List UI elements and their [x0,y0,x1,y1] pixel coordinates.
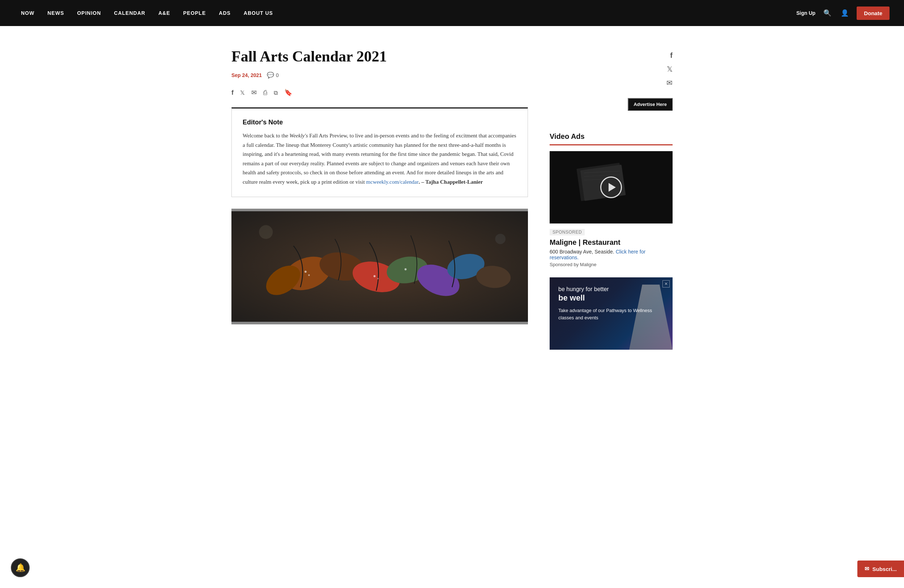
nav-link-ae[interactable]: A&E [152,0,177,26]
copy-button[interactable]: ⧉ [274,89,278,96]
article-title: Fall Arts Calendar 2021 [231,48,528,65]
user-icon: 👤 [841,9,849,17]
navigation: NOW NEWS OPINION CALENDAR A&E PEOPLE ADS… [0,0,904,26]
main-content: Fall Arts Calendar 2021 Sep 24, 2021 💬 0… [231,48,528,350]
advertise-here-button[interactable]: Advertise Here [628,98,673,111]
restaurant-name: Maligne | Restaurant [550,238,673,247]
sidebar-share-icons: f 𝕏 ✉ [550,48,673,87]
sidebar-email-icon: ✉ [667,79,673,87]
restaurant-address: 600 Broadway Ave, Seaside. Click here fo… [550,249,673,260]
print-button[interactable]: ⎙ [263,89,267,96]
nav-link-calendar[interactable]: CALENDAR [107,0,152,26]
nav-item-now[interactable]: NOW [14,0,41,26]
second-ad-text: be hungry for better be well Take advant… [558,286,664,321]
search-button[interactable]: 🔍 [822,8,833,19]
nav-item-news[interactable]: NEWS [41,0,71,26]
editors-note-box: Editor's Note Welcome back to the Weekly… [231,107,528,197]
video-ads-section: Video Ads [550,132,673,350]
sidebar-facebook-icon: f [670,51,673,59]
svg-point-12 [373,275,376,277]
article-image [231,209,528,324]
second-ad-line3: Take advantage of our Pathways to Wellne… [558,307,664,321]
sidebar-email-button[interactable]: ✉ [667,79,673,87]
svg-point-10 [305,271,307,273]
twitter-icon: 𝕏 [240,90,245,96]
editors-note-title: Editor's Note [243,119,517,126]
nav-link-ads[interactable]: ADS [212,0,237,26]
nav-item-ads[interactable]: ADS [212,0,237,26]
nav-link-people[interactable]: PEOPLE [177,0,212,26]
bookmark-button[interactable]: 🔖 [284,89,292,96]
svg-point-16 [495,234,506,245]
nav-item-about[interactable]: ABOUT US [237,0,280,26]
nav-item-ae[interactable]: A&E [152,0,177,26]
donate-button[interactable]: Donate [857,6,890,20]
nav-link-about[interactable]: ABOUT US [237,0,280,26]
second-ad-line2: be well [558,293,664,303]
nav-link-now[interactable]: NOW [14,0,41,26]
sidebar-facebook-button[interactable]: f [670,51,673,60]
article-image-svg [231,209,528,324]
article-date: Sep 24, 2021 [231,72,262,78]
nav-right: Sign Up 🔍 👤 Donate [796,6,890,20]
publication-name: Weekly's [290,133,308,139]
nav-links: NOW NEWS OPINION CALENDAR A&E PEOPLE ADS… [14,0,280,26]
nav-item-calendar[interactable]: CALENDAR [107,0,152,26]
editors-note-text-end: . – Tajha Chappellet-Lanier [419,179,483,185]
play-triangle-icon [608,183,616,192]
svg-point-11 [308,275,310,276]
nav-link-opinion[interactable]: OPINION [71,0,107,26]
share-bar: f 𝕏 ✉ ⎙ ⧉ 🔖 [231,89,528,96]
bookmark-icon: 🔖 [284,89,292,96]
svg-point-15 [259,225,273,239]
print-icon: ⎙ [263,89,267,96]
email-icon: ✉ [251,89,257,96]
facebook-icon: f [231,89,234,96]
second-ad-line1: be hungry for better [558,286,664,292]
sidebar-twitter-icon: 𝕏 [667,65,673,73]
page-container: Fall Arts Calendar 2021 Sep 24, 2021 💬 0… [217,26,687,364]
restaurant-address-text: 600 Broadway Ave, Seaside. [550,249,614,254]
copy-icon: ⧉ [274,90,278,96]
svg-point-13 [377,278,379,280]
nav-link-news[interactable]: NEWS [41,0,71,26]
nav-item-people[interactable]: PEOPLE [177,0,212,26]
video-ads-title: Video Ads [550,132,673,145]
sign-up-link[interactable]: Sign Up [796,10,815,16]
svg-point-14 [405,268,407,270]
second-ad-banner: be hungry for better be well Take advant… [550,277,673,350]
editors-note-text-start: Welcome back to the [243,133,290,139]
share-twitter-button[interactable]: 𝕏 [240,89,245,96]
editors-note-body: Welcome back to the Weekly's Fall Arts P… [243,131,517,187]
sponsored-label: SPONSORED [550,229,585,236]
share-email-button[interactable]: ✉ [251,89,257,96]
play-button[interactable] [600,177,622,198]
editors-note-text-middle: Fall Arts Preview, to live and in-person… [243,133,516,185]
article-meta: Sep 24, 2021 💬 0 [231,72,528,79]
sidebar: f 𝕏 ✉ Advertise Here Video Ads [550,48,673,350]
search-icon: 🔍 [823,9,831,17]
sidebar-twitter-button[interactable]: 𝕏 [667,65,673,73]
sponsored-by-text: Sponsored by Maligne [550,262,673,267]
user-account-button[interactable]: 👤 [839,8,850,19]
nav-item-opinion[interactable]: OPINION [71,0,107,26]
comment-count: 0 [276,72,279,78]
video-thumbnail[interactable] [550,151,673,223]
share-facebook-button[interactable]: f [231,89,234,96]
article-comments[interactable]: 💬 0 [267,72,279,79]
calendar-link[interactable]: mcweekly.com/calendar [366,179,419,185]
comment-icon: 💬 [267,72,274,79]
